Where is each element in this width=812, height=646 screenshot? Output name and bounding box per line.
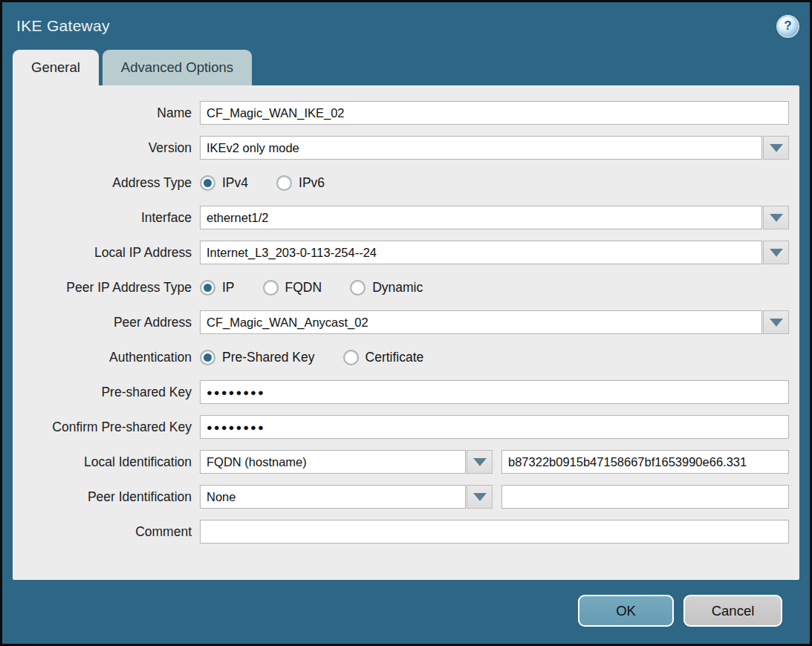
tab-bar: General Advanced Options	[2, 50, 810, 85]
interface-label: Interface	[15, 210, 200, 226]
help-icon[interactable]: ?	[778, 16, 798, 36]
name-row: Name	[15, 101, 789, 125]
peer-identification-label: Peer Identification	[15, 489, 200, 505]
name-label: Name	[15, 105, 200, 121]
local-identification-value-input[interactable]	[501, 450, 789, 474]
radio-button-icon	[263, 280, 279, 296]
interface-dropdown-button[interactable]	[763, 206, 789, 229]
radio-button-icon	[200, 175, 215, 191]
version-label: Version	[15, 140, 200, 156]
radio-button-icon	[350, 280, 366, 296]
peer-identification-row: Peer Identification	[15, 485, 789, 509]
confirm-pre-shared-key-input[interactable]	[200, 415, 789, 439]
comment-row: Comment	[15, 520, 789, 544]
authentication-row: Authentication Pre-Shared Key Certificat…	[15, 345, 789, 369]
title-bar: IKE Gateway ?	[2, 2, 810, 50]
peer-address-label: Peer Address	[15, 315, 200, 330]
chevron-down-icon	[770, 319, 783, 327]
local-ip-dropdown-button[interactable]	[763, 241, 789, 264]
peer-address-select[interactable]	[200, 310, 762, 334]
version-select[interactable]	[200, 136, 762, 160]
peer-ip-type-row: Peer IP Address Type IP FQDN Dynamic	[15, 275, 789, 299]
peer-identification-type-select[interactable]	[200, 485, 466, 509]
local-identification-dropdown-button[interactable]	[467, 450, 493, 474]
address-type-label: Address Type	[15, 175, 200, 191]
radio-button-icon	[200, 280, 215, 296]
radio-certificate-label: Certificate	[366, 350, 424, 365]
radio-ipv4-label: IPv4	[222, 175, 248, 191]
local-ip-select[interactable]	[200, 241, 762, 264]
radio-peer-dynamic[interactable]: Dynamic	[350, 280, 423, 296]
authentication-label: Authentication	[15, 350, 200, 365]
comment-label: Comment	[15, 524, 200, 540]
peer-ip-type-label: Peer IP Address Type	[15, 280, 200, 296]
radio-ipv4[interactable]: IPv4	[200, 175, 248, 191]
local-ip-row: Local IP Address	[15, 241, 789, 264]
peer-address-dropdown-button[interactable]	[763, 310, 789, 334]
radio-peer-fqdn[interactable]: FQDN	[263, 280, 322, 296]
radio-button-icon	[343, 350, 359, 365]
general-tab-panel: Name Version Address Type IPv4	[13, 85, 799, 580]
radio-peer-fqdn-label: FQDN	[285, 280, 322, 296]
address-type-row: Address Type IPv4 IPv6	[15, 171, 789, 195]
pre-shared-key-label: Pre-shared Key	[15, 385, 200, 400]
radio-button-icon	[276, 175, 292, 191]
local-identification-row: Local Identification	[15, 450, 789, 474]
peer-identification-dropdown-button[interactable]	[467, 485, 493, 509]
comment-input[interactable]	[200, 520, 789, 544]
interface-row: Interface	[15, 206, 789, 229]
dialog-title: IKE Gateway	[16, 17, 110, 35]
peer-address-row: Peer Address	[15, 310, 789, 334]
name-input[interactable]	[200, 101, 789, 125]
radio-certificate[interactable]: Certificate	[343, 350, 424, 365]
confirm-pre-shared-key-row: Confirm Pre-shared Key	[15, 415, 789, 439]
ok-button[interactable]: OK	[578, 595, 674, 627]
radio-peer-ip[interactable]: IP	[200, 280, 235, 296]
peer-identification-value-input[interactable]	[501, 485, 789, 509]
confirm-pre-shared-key-label: Confirm Pre-shared Key	[15, 420, 200, 435]
radio-ipv6-label: IPv6	[299, 175, 325, 191]
chevron-down-icon	[473, 493, 487, 501]
version-dropdown-button[interactable]	[763, 136, 789, 160]
interface-select[interactable]	[200, 206, 762, 229]
radio-pre-shared-key[interactable]: Pre-Shared Key	[200, 350, 315, 365]
chevron-down-icon	[473, 458, 487, 466]
local-identification-type-select[interactable]	[200, 450, 466, 474]
pre-shared-key-row: Pre-shared Key	[15, 380, 789, 404]
local-ip-label: Local IP Address	[15, 245, 200, 261]
radio-ipv6[interactable]: IPv6	[276, 175, 325, 191]
radio-peer-ip-label: IP	[222, 280, 235, 296]
footer-bar: OK Cancel	[2, 580, 810, 627]
radio-button-icon	[200, 350, 215, 365]
local-identification-label: Local Identification	[15, 454, 200, 470]
chevron-down-icon	[770, 249, 783, 257]
chevron-down-icon	[770, 144, 783, 152]
ike-gateway-dialog: IKE Gateway ? General Advanced Options N…	[0, 0, 812, 646]
chevron-down-icon	[770, 214, 783, 222]
tab-advanced-options[interactable]: Advanced Options	[103, 50, 252, 85]
cancel-button[interactable]: Cancel	[683, 595, 782, 627]
radio-pre-shared-key-label: Pre-Shared Key	[222, 350, 315, 365]
version-row: Version	[15, 136, 789, 160]
pre-shared-key-input[interactable]	[200, 380, 789, 404]
radio-peer-dynamic-label: Dynamic	[372, 280, 423, 296]
tab-general[interactable]: General	[13, 50, 99, 85]
